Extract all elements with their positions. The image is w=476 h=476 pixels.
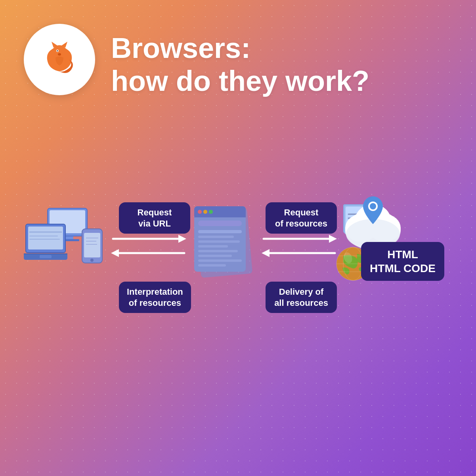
label-request-resources: Request of resources (266, 202, 337, 234)
delivery-text: Delivery of all resources (274, 287, 328, 308)
svg-marker-22 (178, 235, 186, 243)
devices-group (24, 206, 103, 286)
label-request-url: Request via URL (119, 202, 190, 234)
svg-rect-34 (198, 236, 234, 238)
location-pin-icon (361, 194, 385, 226)
label-interpretation: Interpretation of resources (119, 282, 191, 313)
svg-rect-16 (84, 233, 100, 257)
svg-rect-35 (198, 240, 240, 243)
svg-point-17 (90, 259, 94, 262)
svg-rect-36 (198, 245, 228, 248)
arrows-left (109, 230, 188, 262)
svg-point-31 (203, 210, 207, 214)
label-delivery: Delivery of all resources (266, 282, 337, 313)
svg-rect-33 (198, 230, 242, 233)
logo-icon (38, 38, 81, 81)
interpretation-text: Interpretation of resources (127, 287, 183, 308)
request-url-text: Request via URL (138, 207, 172, 228)
browser-group (190, 202, 254, 282)
main-canvas: Browsers: how do they work? (0, 0, 476, 476)
browser-icon (190, 202, 254, 282)
svg-rect-11 (40, 255, 52, 258)
label-html-code: HTML HTML CODE (361, 242, 444, 281)
svg-rect-39 (198, 259, 242, 262)
title-line1: Browsers: (111, 32, 369, 65)
title-line2: how do they work? (111, 65, 369, 98)
page-title: Browsers: how do they work? (111, 32, 369, 98)
code-text: HTML CODE (370, 261, 436, 275)
arrows-right (260, 230, 339, 262)
svg-rect-38 (198, 255, 232, 257)
svg-rect-37 (198, 250, 238, 252)
right-arrows-svg (260, 230, 339, 262)
request-resources-text: Request of resources (275, 207, 327, 228)
svg-rect-28 (194, 213, 246, 217)
phone-icon (81, 228, 103, 264)
svg-point-30 (198, 210, 202, 214)
svg-marker-44 (262, 249, 270, 257)
html-text: HTML (370, 248, 436, 261)
svg-rect-40 (198, 264, 226, 267)
svg-point-3 (58, 53, 61, 56)
svg-point-58 (370, 203, 376, 209)
svg-rect-29 (198, 221, 242, 226)
logo-circle (24, 24, 95, 95)
svg-point-2 (57, 50, 58, 52)
svg-rect-9 (28, 226, 63, 250)
svg-marker-24 (111, 249, 119, 257)
laptop-icon (24, 222, 79, 266)
diagram: Request via URL Interpretation of resour… (24, 182, 452, 349)
left-arrows-svg (109, 230, 188, 262)
svg-point-32 (209, 210, 213, 214)
